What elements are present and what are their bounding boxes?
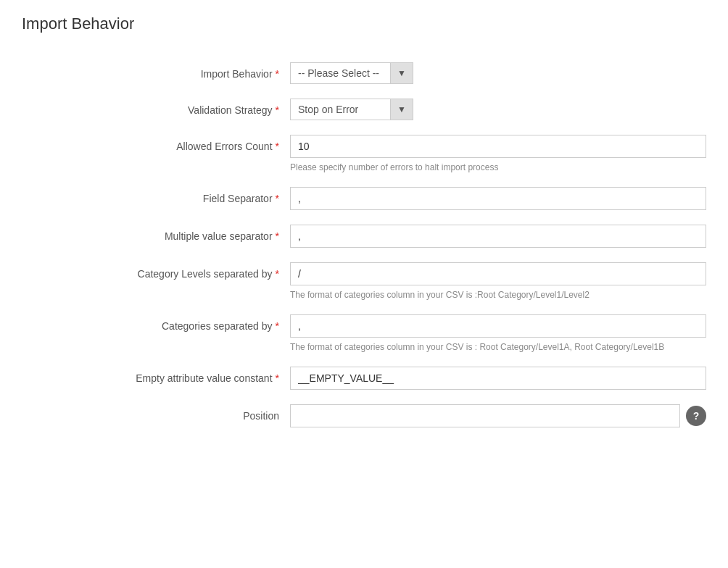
field-separator-field-col — [290, 187, 706, 210]
field-separator-label: Field Separator* — [22, 187, 290, 204]
field-separator-input[interactable] — [290, 187, 706, 210]
import-behavior-form: Import Behavior* -- Please Select -- Add… — [22, 62, 706, 427]
import-behavior-label: Import Behavior* — [22, 62, 290, 80]
position-help-icon[interactable]: ? — [686, 406, 706, 426]
empty-attribute-value-constant-input[interactable] — [290, 367, 706, 390]
allowed-errors-count-label: Allowed Errors Count* — [22, 135, 290, 152]
required-star: * — [276, 193, 279, 204]
import-behavior-select[interactable]: -- Please Select -- Add/Update Replace D… — [290, 62, 390, 84]
category-levels-separated-by-input[interactable] — [290, 262, 706, 285]
field-separator-row: Field Separator* — [22, 187, 706, 210]
category-levels-separated-by-label: Category Levels separated by* — [22, 262, 290, 280]
multiple-value-separator-row: Multiple value separator* — [22, 225, 706, 248]
empty-attribute-value-constant-row: Empty attribute value constant* — [22, 367, 706, 390]
validation-strategy-field-col: Stop on Error Skip on Error ▼ — [290, 99, 706, 120]
position-label: Position — [22, 404, 290, 422]
category-levels-separated-by-hint: The format of categories column in your … — [290, 290, 706, 300]
validation-strategy-label: Validation Strategy* — [22, 99, 290, 116]
categories-separated-by-label: Categories separated by* — [22, 314, 290, 332]
categories-separated-by-field-col: The format of categories column in your … — [290, 314, 706, 352]
categories-separated-by-hint: The format of categories column in your … — [290, 342, 706, 352]
empty-attribute-value-constant-label: Empty attribute value constant* — [22, 367, 290, 384]
import-behavior-select-wrapper: -- Please Select -- Add/Update Replace D… — [290, 62, 413, 84]
multiple-value-separator-field-col — [290, 225, 706, 248]
validation-strategy-row: Validation Strategy* Stop on Error Skip … — [22, 99, 706, 120]
page-title: Import Behavior — [22, 14, 706, 41]
categories-separated-by-row: Categories separated by* The format of c… — [22, 314, 706, 352]
allowed-errors-count-input[interactable] — [290, 135, 706, 158]
allowed-errors-count-field-col: Please specify number of errors to halt … — [290, 135, 706, 172]
empty-attribute-value-constant-field-col — [290, 367, 706, 390]
required-star: * — [276, 104, 279, 116]
category-levels-separated-by-field-col: The format of categories column in your … — [290, 262, 706, 300]
validation-strategy-select[interactable]: Stop on Error Skip on Error — [290, 99, 390, 120]
multiple-value-separator-label: Multiple value separator* — [22, 225, 290, 242]
required-star: * — [276, 68, 279, 80]
position-field-col: ? — [290, 404, 706, 427]
validation-strategy-dropdown-arrow[interactable]: ▼ — [390, 99, 413, 120]
position-row: Position ? — [22, 404, 706, 427]
import-behavior-field-col: -- Please Select -- Add/Update Replace D… — [290, 62, 706, 84]
import-behavior-row: Import Behavior* -- Please Select -- Add… — [22, 62, 706, 84]
category-levels-separated-by-row: Category Levels separated by* The format… — [22, 262, 706, 300]
position-input-row: ? — [290, 404, 706, 427]
multiple-value-separator-input[interactable] — [290, 225, 706, 248]
allowed-errors-count-hint: Please specify number of errors to halt … — [290, 162, 706, 172]
required-star: * — [276, 372, 279, 384]
position-input[interactable] — [290, 404, 680, 427]
required-star: * — [276, 141, 279, 152]
required-star: * — [276, 268, 279, 280]
required-star: * — [276, 320, 279, 332]
allowed-errors-count-row: Allowed Errors Count* Please specify num… — [22, 135, 706, 172]
validation-strategy-select-wrapper: Stop on Error Skip on Error ▼ — [290, 99, 413, 120]
required-star: * — [276, 230, 279, 242]
import-behavior-dropdown-arrow[interactable]: ▼ — [390, 62, 413, 84]
categories-separated-by-input[interactable] — [290, 314, 706, 338]
